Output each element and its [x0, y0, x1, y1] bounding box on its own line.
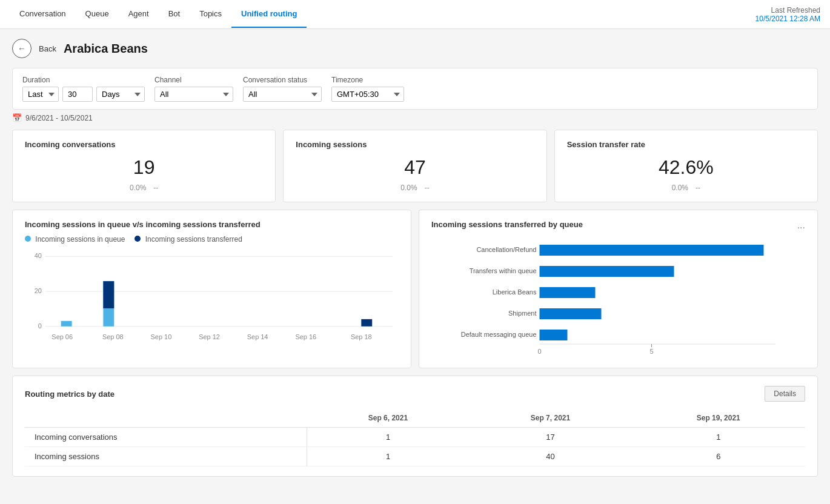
legend-queue-label: Incoming sessions in queue	[35, 235, 125, 244]
filters-row: Duration Last Days Channel All Conversat…	[12, 68, 818, 110]
kpi-incoming-conversations-title: Incoming conversations	[25, 140, 263, 149]
row-val-0-0: 1	[307, 428, 469, 447]
kpi-incoming-sessions: Incoming sessions 47 0.0% --	[283, 130, 546, 202]
svg-rect-23	[540, 266, 674, 277]
kpi-incoming-conversations: Incoming conversations 19 0.0% --	[12, 130, 276, 202]
chart-sessions-vs-transferred: Incoming sessions in queue v/s incoming …	[12, 210, 411, 368]
svg-text:Shipment: Shipment	[508, 310, 536, 317]
legend-dot-queue	[25, 236, 31, 242]
svg-text:Sep 10: Sep 10	[151, 333, 172, 340]
main-content: ← Back Arabica Beans Duration Last Days …	[0, 29, 830, 504]
tab-unified-routing[interactable]: Unified routing	[231, 1, 307, 28]
details-button[interactable]: Details	[765, 386, 805, 402]
chart-right-title: Incoming sessions transferred by queue	[431, 220, 583, 229]
kpi-incoming-conversations-value: 19	[25, 156, 263, 179]
table-row-incoming-conversations: Incoming conversations 1 17 1	[25, 428, 805, 447]
kpi-trend-0: --	[153, 184, 158, 192]
tab-topics[interactable]: Topics	[190, 1, 231, 28]
col-header-0	[25, 409, 307, 428]
conversation-status-label: Conversation status	[243, 76, 322, 84]
kpi-incoming-sessions-title: Incoming sessions	[296, 140, 534, 149]
date-range-value: 9/6/2021 - 10/5/2021	[25, 114, 93, 122]
row-label-0: Incoming conversations	[25, 428, 307, 447]
top-nav: Conversation Queue Agent Bot Topics Unif…	[0, 0, 830, 29]
svg-text:5: 5	[649, 348, 653, 355]
tab-agent[interactable]: Agent	[119, 1, 159, 28]
tab-conversation[interactable]: Conversation	[10, 1, 76, 28]
kpi-pct-1: 0.0%	[400, 184, 417, 192]
kpi-incoming-sessions-meta: 0.0% --	[296, 184, 534, 192]
legend-transferred: Incoming sessions transferred	[134, 235, 242, 244]
svg-text:Default messaging queue: Default messaging queue	[461, 331, 537, 338]
duration-controls: Last Days	[22, 87, 145, 102]
refresh-time-value: 10/5/2021 12:28 AM	[755, 15, 820, 23]
kpi-session-transfer-rate: Session transfer rate 42.6% 0.0% --	[554, 130, 818, 202]
duration-unit-select[interactable]: Days	[96, 87, 145, 102]
table-row-incoming-sessions: Incoming sessions 1 40 6	[25, 447, 805, 466]
col-header-3: Sep 19, 2021	[632, 409, 805, 428]
row-val-1-2: 6	[632, 447, 805, 466]
col-header-1: Sep 6, 2021	[307, 409, 469, 428]
svg-text:0: 0	[38, 322, 42, 330]
row-label-1: Incoming sessions	[25, 447, 307, 466]
svg-text:20: 20	[35, 287, 42, 294]
chart-left-legend: Incoming sessions in queue Incoming sess…	[25, 235, 399, 244]
channel-label: Channel	[154, 76, 233, 84]
last-refreshed: Last Refreshed 10/5/2021 12:28 AM	[755, 6, 820, 23]
duration-value-input[interactable]	[62, 87, 93, 102]
bar-chart-svg: 40 20 0 Sep 06 Sep 08 Sep 10 Sep 12	[25, 250, 399, 353]
svg-rect-6	[61, 321, 72, 327]
back-label[interactable]: Back	[39, 44, 56, 53]
legend-queue: Incoming sessions in queue	[25, 235, 125, 244]
metrics-table: Sep 6, 2021 Sep 7, 2021 Sep 19, 2021 Inc…	[25, 409, 805, 466]
svg-text:Sep 12: Sep 12	[199, 333, 220, 340]
duration-label: Duration	[22, 76, 145, 84]
svg-text:40: 40	[35, 252, 42, 259]
calendar-icon: 📅	[12, 113, 22, 122]
duration-filter: Duration Last Days	[22, 76, 145, 102]
svg-text:Sep 08: Sep 08	[102, 333, 124, 340]
duration-preset-select[interactable]: Last	[22, 87, 59, 102]
routing-metrics-table-card: Routing metrics by date Details Sep 6, 2…	[12, 376, 818, 477]
row-val-1-0: 1	[307, 447, 469, 466]
row-val-1-1: 40	[469, 447, 631, 466]
kpi-pct-0: 0.0%	[130, 184, 146, 192]
svg-text:Sep 16: Sep 16	[295, 333, 316, 340]
kpi-pct-2: 0.0%	[672, 184, 688, 192]
chart-left-title: Incoming sessions in queue v/s incoming …	[25, 220, 399, 229]
svg-rect-9	[361, 319, 372, 327]
kpi-session-transfer-rate-value: 42.6%	[567, 156, 805, 179]
svg-text:Sep 18: Sep 18	[351, 333, 372, 340]
channel-select[interactable]: All	[154, 87, 233, 102]
kpi-trend-2: --	[696, 184, 700, 192]
last-refreshed-label: Last Refreshed	[755, 6, 820, 15]
svg-rect-8	[103, 281, 114, 308]
back-button[interactable]: ←	[12, 39, 32, 58]
tab-bot[interactable]: Bot	[159, 1, 190, 28]
horizontal-bar-chart-svg: Cancellation/Refund Transfers within que…	[431, 235, 805, 356]
kpi-incoming-conversations-meta: 0.0% --	[25, 184, 263, 192]
svg-text:Cancellation/Refund: Cancellation/Refund	[476, 246, 536, 253]
legend-transferred-label: Incoming sessions transferred	[145, 235, 242, 244]
timezone-label: Timezone	[331, 76, 404, 84]
tab-queue[interactable]: Queue	[76, 1, 119, 28]
kpi-trend-1: --	[425, 184, 430, 192]
conversation-status-select[interactable]: All	[243, 87, 322, 102]
page-title: Arabica Beans	[64, 42, 148, 56]
row-val-0-2: 1	[632, 428, 805, 447]
table-title: Routing metrics by date	[25, 390, 115, 399]
svg-rect-25	[540, 308, 602, 319]
kpi-session-transfer-rate-title: Session transfer rate	[567, 140, 805, 149]
conversation-status-filter: Conversation status All	[243, 76, 322, 102]
kpi-incoming-sessions-value: 47	[296, 156, 534, 179]
svg-text:Sep 14: Sep 14	[247, 333, 268, 340]
timezone-filter: Timezone GMT+05:30	[331, 76, 404, 102]
timezone-select[interactable]: GMT+05:30	[331, 87, 404, 102]
svg-text:Liberica Beans: Liberica Beans	[493, 288, 537, 296]
svg-text:Sep 06: Sep 06	[51, 333, 73, 340]
col-header-2: Sep 7, 2021	[469, 409, 631, 428]
chart-more-icon[interactable]: ...	[797, 220, 805, 231]
kpi-row: Incoming conversations 19 0.0% -- Incomi…	[12, 130, 818, 202]
svg-text:0: 0	[537, 348, 541, 355]
charts-row: Incoming sessions in queue v/s incoming …	[12, 210, 818, 368]
